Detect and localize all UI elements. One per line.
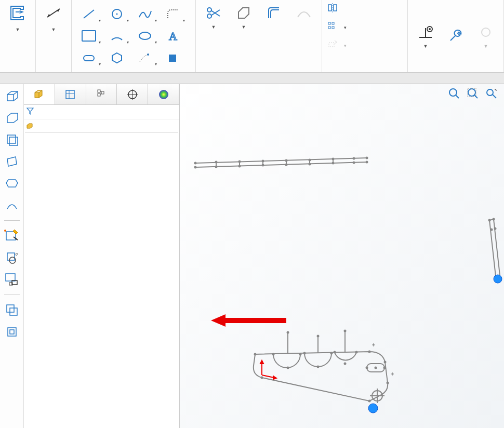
tree-tab-config[interactable] <box>86 84 117 104</box>
svg-line-49 <box>456 95 459 98</box>
plane-tool[interactable] <box>160 48 186 68</box>
tree-tab-dimxpert[interactable] <box>117 84 148 104</box>
sketch-tools-grid: ▾ ▾ ▾ ▾ ▾ ▾ ▾ A ▾ ▾ <box>74 2 193 70</box>
mirror-entities-button[interactable] <box>325 2 343 15</box>
circle-tool[interactable]: ▾ <box>104 4 130 24</box>
svg-point-110 <box>375 367 377 369</box>
fillet-tool[interactable]: ▾ <box>160 4 186 24</box>
chevron-down-icon[interactable]: ▼ <box>16 27 20 32</box>
svg-point-9 <box>207 8 211 12</box>
svg-point-111 <box>366 367 368 369</box>
sketch-upper <box>190 152 377 172</box>
svg-rect-39 <box>98 90 100 92</box>
svg-rect-12 <box>334 5 337 11</box>
zoom-area-icon[interactable] <box>466 86 480 101</box>
sweep-icon[interactable] <box>3 131 21 149</box>
svg-rect-26 <box>6 232 16 240</box>
ellipse-tool[interactable]: ▾ <box>132 26 158 46</box>
reference-geometry-icon[interactable] <box>3 301 21 319</box>
svg-point-92 <box>254 353 257 356</box>
svg-rect-40 <box>98 93 100 96</box>
svg-point-107 <box>368 400 371 403</box>
svg-point-84 <box>494 275 502 283</box>
cut-extrude-icon[interactable] <box>3 196 21 214</box>
svg-rect-34 <box>8 328 16 336</box>
svg-point-104 <box>317 335 320 338</box>
arc-tool[interactable]: ▾ <box>104 26 130 46</box>
svg-rect-11 <box>328 5 331 11</box>
svg-point-109 <box>387 382 389 384</box>
svg-point-97 <box>334 351 336 354</box>
offset-entities-button[interactable] <box>259 2 288 26</box>
svg-point-115 <box>368 404 378 413</box>
svg-point-83 <box>494 228 497 230</box>
filter-icon[interactable] <box>26 110 34 117</box>
convert-icon <box>235 5 252 21</box>
svg-point-50 <box>468 89 475 96</box>
svg-point-2 <box>116 14 118 15</box>
offset-icon <box>266 5 282 21</box>
boundary-icon[interactable] <box>3 175 21 192</box>
main-area <box>0 84 504 428</box>
extrude-icon[interactable] <box>3 87 21 105</box>
offset-on-surface-button <box>289 2 319 26</box>
svg-rect-17 <box>332 26 334 29</box>
graphics-viewport[interactable] <box>180 84 504 428</box>
ribbon-group-exit: ▼ <box>0 0 36 72</box>
new-sketch-button[interactable] <box>3 227 21 245</box>
svg-point-48 <box>449 89 457 96</box>
revolve-icon[interactable] <box>3 109 21 127</box>
linear-pattern-button[interactable]: ▾ <box>325 20 349 33</box>
polygon-tool[interactable] <box>104 48 130 68</box>
move-entities-button: ▾ <box>325 38 349 51</box>
tree-tab-feature[interactable] <box>24 84 55 104</box>
point-tool[interactable]: ▾ <box>132 48 158 68</box>
rectangle-tool[interactable]: ▾ <box>76 26 102 46</box>
svg-point-106 <box>261 377 263 379</box>
svg-point-105 <box>344 330 347 332</box>
move-icon <box>327 39 338 50</box>
display-relations-button[interactable]: ▼ <box>411 21 440 51</box>
chevron-down-icon[interactable]: ▼ <box>51 27 56 32</box>
relations-icon <box>417 24 434 41</box>
trim-entities-button[interactable]: ▼ <box>199 2 228 32</box>
command-tabbar <box>0 73 504 84</box>
smart-dimension-button[interactable] <box>39 2 68 26</box>
smart-dimension-icon <box>45 5 62 21</box>
spline-tool[interactable]: ▾ <box>132 4 158 24</box>
svg-rect-32 <box>7 305 14 312</box>
svg-line-0 <box>84 10 94 18</box>
convert-entities-button[interactable]: ▼ <box>229 2 258 32</box>
offset-surface-icon <box>296 5 312 21</box>
scissors-icon <box>205 5 222 21</box>
svg-rect-18 <box>329 43 334 47</box>
previous-view-icon[interactable] <box>484 86 499 101</box>
svg-point-3 <box>139 32 151 39</box>
edit-sketch-button[interactable] <box>3 249 21 266</box>
curves-icon[interactable] <box>3 323 21 341</box>
svg-point-103 <box>287 331 289 334</box>
svg-rect-5 <box>84 56 94 61</box>
svg-point-100 <box>287 367 289 369</box>
zoom-fit-icon[interactable] <box>447 86 461 101</box>
snaps-icon <box>478 24 494 41</box>
loft-icon[interactable] <box>3 153 21 170</box>
tree-tab-appearance[interactable] <box>148 84 179 104</box>
mirror-icon <box>327 3 338 14</box>
feature-tree <box>24 119 179 428</box>
tree-tab-property[interactable] <box>55 84 86 104</box>
repair-sketch-button[interactable] <box>441 24 470 48</box>
slot-tool[interactable]: ▾ <box>76 48 102 68</box>
exit-sketch-button[interactable] <box>3 2 32 26</box>
svg-rect-35 <box>10 330 14 334</box>
tree-root[interactable] <box>25 122 178 131</box>
line-tool[interactable]: ▾ <box>76 4 102 24</box>
svg-point-23 <box>482 28 490 36</box>
tree-tab-strip <box>24 84 179 105</box>
align-sketch-button[interactable] <box>3 271 21 288</box>
text-tool[interactable]: A <box>160 26 186 46</box>
ribbon-group-modify: ▼ ▼ <box>196 0 322 72</box>
quick-snaps-button: ▼ <box>471 21 500 51</box>
svg-point-80 <box>493 218 495 221</box>
svg-point-99 <box>368 351 371 353</box>
